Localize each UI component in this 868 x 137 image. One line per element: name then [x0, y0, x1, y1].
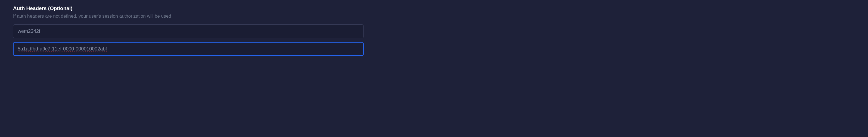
auth-header-key-input[interactable] — [13, 25, 364, 38]
section-title: Auth Headers (Optional) — [13, 5, 364, 11]
section-description: If auth headers are not defined, your us… — [13, 13, 364, 19]
auth-headers-section: Auth Headers (Optional) If auth headers … — [13, 5, 364, 60]
auth-header-value-input[interactable] — [13, 42, 364, 56]
